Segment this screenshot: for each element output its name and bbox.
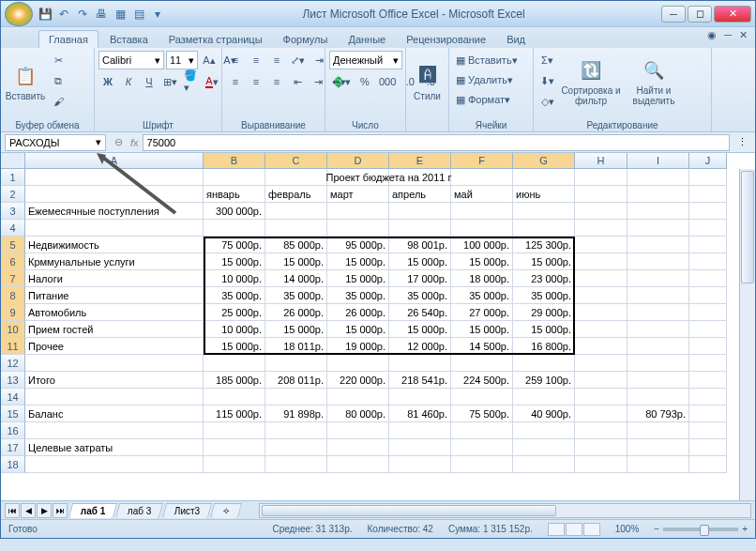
zoom-slider[interactable]	[663, 528, 738, 531]
cell[interactable]	[25, 220, 204, 237]
cell[interactable]	[575, 169, 627, 186]
cell[interactable]	[689, 406, 727, 422]
font-size-combo[interactable]: 11▾	[166, 51, 198, 69]
cell[interactable]	[513, 220, 575, 237]
cell[interactable]	[575, 372, 627, 389]
cell[interactable]: 125 300р.	[513, 237, 575, 253]
cell[interactable]	[204, 422, 265, 439]
cell[interactable]	[627, 237, 689, 253]
minimize-ribbon-icon[interactable]: ─	[724, 29, 732, 41]
save-icon[interactable]: 💾	[37, 6, 53, 23]
cell[interactable]: 15 000р.	[389, 253, 451, 270]
page-layout-view-button[interactable]	[566, 523, 582, 536]
cell[interactable]: 29 000р.	[513, 304, 575, 321]
last-sheet-button[interactable]: ⏭	[53, 503, 68, 518]
qat-item[interactable]: ▦	[112, 6, 129, 23]
cell[interactable]: февраль	[265, 186, 327, 203]
maximize-button[interactable]: ◻	[688, 6, 712, 23]
cell[interactable]	[327, 220, 389, 237]
cell[interactable]	[389, 203, 451, 220]
cell[interactable]	[627, 169, 689, 186]
cell[interactable]: 15 000р.	[513, 253, 575, 270]
cell[interactable]	[575, 422, 627, 439]
cell[interactable]	[389, 355, 451, 372]
tab-page-layout[interactable]: Разметка страницы	[159, 31, 272, 48]
name-box[interactable]: РАСХОДЫ▾	[5, 134, 106, 151]
cell[interactable]	[627, 355, 689, 372]
row-header[interactable]: 5	[1, 237, 25, 253]
cell[interactable]	[327, 439, 389, 456]
cell[interactable]	[575, 355, 627, 372]
cell[interactable]	[627, 422, 689, 439]
fill-color-icon[interactable]: 🪣▾	[181, 72, 201, 91]
cell[interactable]: 98 001р.	[389, 237, 451, 253]
cell[interactable]	[689, 304, 727, 321]
cell[interactable]	[575, 287, 627, 304]
cell[interactable]: 19 000р.	[327, 338, 389, 355]
cell[interactable]	[575, 186, 627, 203]
cell[interactable]: Прием гостей	[25, 321, 204, 338]
cell[interactable]: Итого	[25, 372, 204, 389]
cell[interactable]: 16 800р.	[513, 338, 575, 355]
font-color-icon[interactable]: A▾	[203, 72, 221, 91]
cell[interactable]	[389, 439, 451, 456]
cell[interactable]: июнь	[513, 186, 575, 203]
redo-icon[interactable]: ↷	[74, 6, 91, 23]
cell[interactable]: 15 000р.	[265, 321, 327, 338]
orientation-icon[interactable]: ⤢▾	[288, 51, 308, 69]
decrease-indent-icon[interactable]: ⇤	[288, 72, 307, 91]
cell[interactable]	[204, 439, 265, 456]
currency-icon[interactable]: 💲▾	[329, 72, 354, 91]
cell[interactable]	[627, 389, 689, 406]
cell[interactable]: 17 000р.	[389, 270, 451, 287]
percent-icon[interactable]: %	[355, 72, 374, 91]
cell[interactable]: 14 000р.	[265, 270, 327, 287]
cell[interactable]: Целевые затраты	[25, 439, 204, 456]
vertical-scrollbar[interactable]	[739, 169, 755, 500]
clear-icon[interactable]: ◇▾	[537, 92, 557, 111]
cell[interactable]: Питание	[25, 287, 204, 304]
zoom-in-button[interactable]: +	[742, 524, 748, 534]
cell[interactable]: Автомобиль	[25, 304, 204, 321]
cell[interactable]	[513, 389, 575, 406]
cell[interactable]: 26 540р.	[389, 304, 451, 321]
align-left-icon[interactable]: ≡	[226, 72, 245, 91]
cell[interactable]	[689, 372, 727, 389]
cell[interactable]	[265, 389, 327, 406]
format-painter-icon[interactable]: 🖌	[49, 92, 68, 111]
cell[interactable]: 27 000р.	[451, 304, 513, 321]
align-top-icon[interactable]: ≡	[226, 51, 245, 69]
cell[interactable]: 14 500р.	[451, 338, 513, 355]
cell[interactable]	[575, 203, 627, 220]
cell[interactable]: 80 793р.	[627, 406, 689, 422]
cell[interactable]	[265, 220, 327, 237]
cell[interactable]: 115 000р.	[204, 406, 265, 422]
cell[interactable]: май	[451, 186, 513, 203]
cell[interactable]	[575, 439, 627, 456]
tab-view[interactable]: Вид	[497, 31, 535, 48]
cell[interactable]	[627, 304, 689, 321]
undo-icon[interactable]: ↶	[55, 6, 72, 23]
column-header[interactable]: E	[389, 153, 451, 169]
expand-formula-icon[interactable]: ⋮	[733, 136, 751, 148]
column-header[interactable]: J	[689, 153, 727, 169]
cell[interactable]	[689, 439, 727, 456]
cell[interactable]: 15 000р.	[265, 253, 327, 270]
cell[interactable]: 300 000р.	[204, 203, 265, 220]
cell[interactable]	[451, 456, 513, 473]
row-header[interactable]: 17	[1, 439, 25, 456]
column-header[interactable]: H	[575, 153, 627, 169]
cell[interactable]: 15 000р.	[513, 321, 575, 338]
cell[interactable]	[689, 338, 727, 355]
cell[interactable]: 26 000р.	[327, 304, 389, 321]
first-sheet-button[interactable]: ⏮	[5, 503, 20, 518]
row-header[interactable]: 14	[1, 389, 25, 406]
cell[interactable]	[689, 456, 727, 473]
fill-icon[interactable]: ⬇▾	[537, 71, 557, 90]
row-header[interactable]: 11	[1, 338, 25, 355]
format-cells-button[interactable]: ▦ Формат ▾	[453, 90, 532, 109]
cell[interactable]: 15 000р.	[451, 253, 513, 270]
cell[interactable]	[627, 338, 689, 355]
cell[interactable]	[25, 186, 204, 203]
column-header[interactable]: A	[25, 153, 204, 169]
